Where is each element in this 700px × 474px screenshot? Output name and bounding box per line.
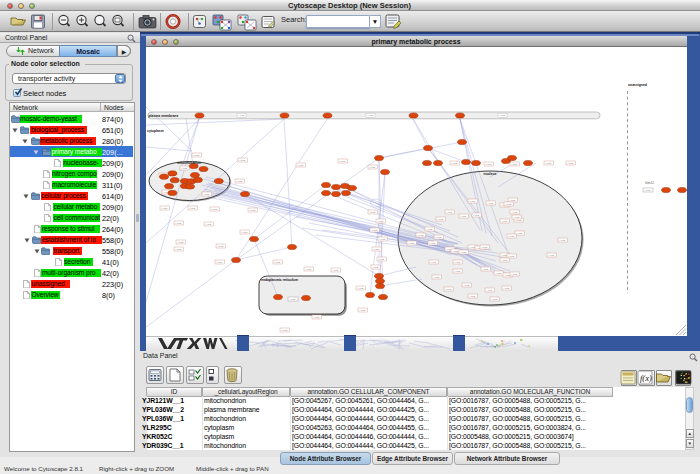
svg-text:Yxl02: Yxl02	[491, 298, 498, 301]
svg-text:Yxl02: Yxl02	[509, 199, 516, 202]
svg-text:Yxl02: Yxl02	[567, 162, 574, 165]
svg-text:mitochondrion: mitochondrion	[177, 161, 201, 165]
svg-text:cytoplasm: cytoplasm	[147, 129, 164, 133]
svg-text:Yxl02: Yxl02	[332, 269, 339, 272]
svg-text:Yxl02: Yxl02	[161, 207, 168, 210]
svg-text:Yxl02: Yxl02	[644, 189, 651, 192]
svg-text:Yxl02: Yxl02	[175, 248, 182, 251]
svg-text:Yxl02: Yxl02	[548, 254, 555, 257]
svg-text:Yxl02: Yxl02	[486, 289, 493, 292]
svg-text:Yxl02: Yxl02	[189, 207, 196, 210]
svg-text:Yxl02: Yxl02	[371, 229, 378, 232]
svg-text:Yxl02: Yxl02	[516, 232, 523, 235]
svg-text:Yxl02: Yxl02	[289, 298, 296, 301]
svg-text:endoplasmic reticulum: endoplasmic reticulum	[261, 278, 298, 282]
svg-text:Yxl02: Yxl02	[463, 284, 470, 287]
svg-text:Yxl02: Yxl02	[515, 219, 522, 222]
svg-text:Yxl02: Yxl02	[378, 258, 385, 261]
svg-text:unassigned: unassigned	[628, 83, 647, 87]
svg-text:Yxl02: Yxl02	[193, 154, 200, 157]
svg-text:Yxl02: Yxl02	[281, 329, 288, 332]
svg-text:Yxl02: Yxl02	[216, 261, 223, 264]
svg-text:Yxl02: Yxl02	[175, 222, 182, 225]
svg-text:Yxl02: Yxl02	[205, 223, 212, 226]
svg-text:Yxl02: Yxl02	[451, 162, 458, 165]
svg-text:Yxl02: Yxl02	[305, 268, 312, 271]
svg-text:Yxl02: Yxl02	[511, 273, 518, 276]
svg-text:Yxl02: Yxl02	[487, 202, 494, 205]
svg-text:Yxl02: Yxl02	[217, 245, 224, 248]
svg-text:Yxl02: Yxl02	[460, 251, 467, 254]
svg-text:Yxl02: Yxl02	[435, 236, 442, 239]
svg-text:Yxl02: Yxl02	[430, 261, 437, 264]
svg-text:Unn12: Unn12	[645, 181, 654, 185]
svg-text:Yxl02: Yxl02	[445, 288, 452, 291]
svg-text:Yxl02: Yxl02	[429, 242, 436, 245]
svg-text:Yxl02: Yxl02	[177, 241, 184, 244]
svg-text:Yxl02: Yxl02	[513, 216, 520, 219]
svg-text:Yxl02: Yxl02	[369, 211, 376, 214]
svg-text:Yxl02: Yxl02	[469, 295, 476, 298]
svg-text:Yxl02: Yxl02	[482, 268, 489, 271]
svg-text:Yxl02: Yxl02	[454, 261, 461, 264]
svg-text:Yxl02: Yxl02	[559, 239, 566, 242]
svg-text:Yxl02: Yxl02	[452, 250, 459, 253]
svg-text:Yxl02: Yxl02	[359, 309, 366, 312]
svg-text:Yxl02: Yxl02	[241, 231, 248, 234]
svg-text:Yxl02: Yxl02	[379, 238, 386, 241]
svg-text:Yxl02: Yxl02	[313, 316, 320, 319]
svg-text:plasma membrane: plasma membrane	[149, 114, 179, 118]
svg-text:Yxl02: Yxl02	[367, 114, 374, 117]
svg-text:Yxl02: Yxl02	[211, 208, 218, 211]
svg-text:Yxl02: Yxl02	[408, 242, 415, 245]
svg-text:Yxl02: Yxl02	[181, 167, 188, 170]
svg-text:Yxl02: Yxl02	[508, 235, 515, 238]
svg-text:Yxl02: Yxl02	[437, 218, 444, 221]
svg-text:Yxl02: Yxl02	[357, 287, 364, 290]
svg-text:Yxl02: Yxl02	[511, 211, 518, 214]
svg-text:Yxl02: Yxl02	[239, 159, 246, 162]
svg-text:f(x): f(x)	[640, 373, 652, 383]
svg-text:Yxl02: Yxl02	[503, 287, 510, 290]
svg-text:Yxl02: Yxl02	[238, 114, 245, 117]
svg-text:Yxl02: Yxl02	[274, 261, 281, 264]
svg-text:Yxl02: Yxl02	[236, 180, 243, 183]
svg-text:Yxl02: Yxl02	[545, 162, 552, 165]
svg-text:Yxl02: Yxl02	[377, 220, 384, 223]
svg-text:Yxl02: Yxl02	[501, 220, 508, 223]
svg-text:Yxl02: Yxl02	[505, 203, 512, 206]
svg-text:Yxl02: Yxl02	[203, 193, 210, 196]
svg-text:Yxl02: Yxl02	[297, 164, 304, 167]
svg-text:Yxl02: Yxl02	[485, 163, 492, 166]
svg-text:Yxl02: Yxl02	[417, 234, 424, 237]
svg-text:Yxl02: Yxl02	[499, 114, 506, 117]
svg-text:Yxl02: Yxl02	[372, 266, 379, 269]
svg-text:Yxl02: Yxl02	[249, 209, 256, 212]
svg-text:Yxl02: Yxl02	[339, 160, 346, 163]
svg-text:nucleus: nucleus	[484, 172, 497, 176]
svg-text:Yxl02: Yxl02	[446, 211, 453, 214]
svg-text:Yxl02: Yxl02	[481, 246, 488, 249]
svg-text:Yxl02: Yxl02	[495, 272, 502, 275]
svg-text:Yxl02: Yxl02	[473, 214, 480, 217]
svg-text:Yxl02: Yxl02	[511, 163, 518, 166]
svg-text:Yxl02: Yxl02	[501, 259, 508, 262]
svg-text:Yxl02: Yxl02	[373, 248, 380, 251]
svg-text:Yxl02: Yxl02	[454, 270, 461, 273]
svg-text:Yxl02: Yxl02	[369, 166, 376, 169]
svg-text:Yxl02: Yxl02	[433, 276, 440, 279]
svg-text:Yxl02: Yxl02	[460, 215, 467, 218]
svg-text:Yxl02: Yxl02	[469, 200, 476, 203]
svg-text:Yxl02: Yxl02	[426, 228, 433, 231]
svg-text:Yxl02: Yxl02	[508, 255, 515, 258]
